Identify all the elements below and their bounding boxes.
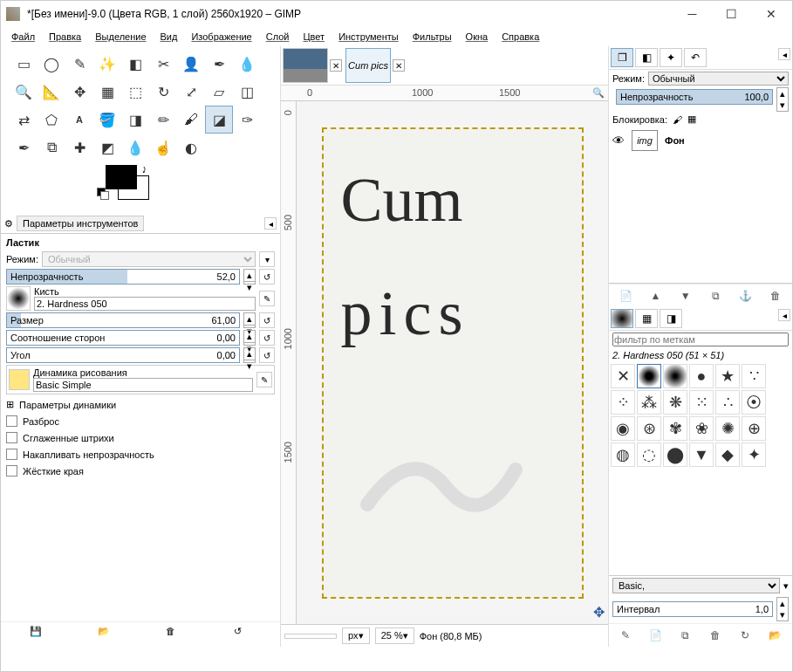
expand-icon[interactable]: ⊞ [6, 399, 14, 410]
tool-perspective-clone[interactable]: ◩ [93, 134, 121, 161]
scatter-checkbox[interactable] [6, 415, 17, 427]
menu-view[interactable]: Вид [155, 30, 183, 44]
tool-align[interactable]: ▦ [93, 78, 121, 106]
brush-new-icon[interactable]: 📄 [647, 627, 663, 643]
brush-item[interactable]: ◆ [715, 442, 740, 467]
tool-by-color-select[interactable]: ◧ [121, 50, 149, 78]
tool-blend[interactable]: ◨ [121, 106, 149, 134]
layer-row[interactable]: 👁 img Фон [611, 128, 790, 153]
tool-free-select[interactable]: ✎ [65, 50, 93, 78]
brush-item[interactable]: ❋ [663, 390, 687, 415]
maximize-button[interactable]: ☐ [712, 2, 751, 26]
tool-airbrush[interactable]: ✑ [233, 106, 261, 134]
brush-edit-icon[interactable]: ✎ [618, 627, 633, 643]
tool-dodge[interactable]: ◐ [177, 134, 205, 161]
brush-interval-slider[interactable]: Интервал 1,0 [612, 601, 773, 617]
brush-item[interactable] [663, 364, 687, 388]
tool-pencil[interactable]: ✏ [149, 106, 177, 134]
tab-close-2[interactable]: ✕ [393, 59, 405, 72]
brush-item[interactable]: ▼ [689, 442, 714, 467]
aspect-spin[interactable]: ▴▾ [243, 330, 256, 346]
unit-select[interactable]: px▾ [342, 627, 370, 644]
restore-options-icon[interactable]: 📂 [98, 626, 115, 643]
tool-rotate[interactable]: ↻ [149, 78, 177, 106]
menu-color[interactable]: Цвет [297, 30, 330, 44]
angle-spin[interactable]: ▴▾ [243, 347, 256, 363]
layer-mode-select[interactable]: Обычный [648, 72, 789, 86]
brush-delete-icon[interactable]: 🗑 [708, 627, 723, 643]
dynamics-edit-icon[interactable]: ✎ [256, 372, 272, 387]
menu-edit[interactable]: Правка [44, 30, 86, 44]
ruler-vertical[interactable]: 0 500 1000 1500 [281, 101, 297, 624]
brush-preset-menu-icon[interactable]: ▾ [783, 580, 789, 592]
brush-item[interactable] [637, 364, 661, 388]
tool-ellipse-select[interactable]: ◯ [38, 50, 65, 78]
brush-item[interactable]: ● [689, 364, 714, 388]
default-colors-icon[interactable] [97, 188, 107, 198]
tab-close-1[interactable]: ✕ [330, 59, 342, 72]
tool-move[interactable]: ✥ [65, 78, 93, 106]
tool-options-tab[interactable]: Параметры инструментов [17, 216, 144, 231]
size-spin[interactable]: ▴▾ [243, 312, 256, 328]
opacity-spin[interactable]: ▴▾ [243, 269, 256, 285]
tool-ink[interactable]: ✒ [10, 134, 38, 161]
brush-item[interactable]: ⁂ [637, 390, 661, 415]
tool-rect-select[interactable]: ▭ [10, 50, 38, 78]
brush-item[interactable]: ✦ [742, 442, 766, 467]
brush-item[interactable]: ◌ [637, 442, 661, 467]
tool-scissors[interactable]: ✂ [149, 50, 177, 78]
tool-paintbrush[interactable]: 🖌 [177, 106, 205, 134]
brush-item[interactable]: ⁘ [611, 390, 635, 415]
aspect-reset-icon[interactable]: ↺ [259, 330, 275, 346]
panel-menu-button[interactable]: ◂ [264, 217, 277, 230]
tool-scale[interactable]: ⤢ [177, 78, 205, 106]
patterns-tab[interactable]: ▦ [635, 309, 658, 328]
brush-item[interactable]: ◉ [611, 416, 635, 441]
brush-input[interactable] [34, 297, 256, 311]
close-button[interactable]: ✕ [751, 2, 790, 26]
menu-file[interactable]: Файл [6, 30, 40, 44]
navigate-icon[interactable]: ✥ [593, 604, 605, 621]
size-reset-icon[interactable]: ↺ [259, 312, 275, 328]
save-options-icon[interactable]: 💾 [30, 626, 47, 643]
layer-opacity-slider[interactable]: Непрозрачность 100,0 [616, 89, 773, 105]
menu-filters[interactable]: Фильтры [407, 30, 457, 44]
brush-item[interactable]: ◍ [611, 442, 635, 467]
opacity-reset-icon[interactable]: ↺ [259, 269, 275, 285]
reset-options-icon[interactable]: ↺ [234, 626, 251, 643]
opacity-slider[interactable]: Непрозрачность 52,0 [6, 269, 240, 285]
delete-options-icon[interactable]: 🗑 [166, 626, 183, 643]
minimize-button[interactable]: ─ [673, 2, 712, 26]
brush-item[interactable]: ⊕ [742, 416, 766, 441]
menu-help[interactable]: Справка [496, 30, 544, 44]
brush-preset-select[interactable]: Basic, [612, 578, 780, 593]
brush-preview-icon[interactable] [6, 286, 31, 311]
tool-eraser[interactable]: ◪ [205, 106, 233, 134]
zoom-fit-icon[interactable]: 🔍 [592, 87, 605, 99]
menu-layer[interactable]: Слой [261, 30, 295, 44]
canvas[interactable]: Cum pics [322, 127, 584, 599]
brushes-panel-menu[interactable]: ◂ [778, 309, 790, 321]
brush-item[interactable]: ★ [715, 364, 740, 388]
image-tab-2[interactable]: Cum pics [345, 48, 391, 83]
tool-clone[interactable]: ⧉ [38, 134, 65, 161]
brush-item[interactable]: ⬤ [663, 442, 687, 467]
brush-item[interactable]: ❀ [689, 416, 714, 441]
dynamics-input[interactable] [33, 378, 253, 392]
tool-cage[interactable]: ⬠ [38, 106, 65, 134]
layer-thumbnail[interactable]: img [632, 130, 658, 151]
layer-name[interactable]: Фон [665, 135, 685, 146]
brush-open-icon[interactable]: 📂 [768, 627, 783, 643]
menu-tools[interactable]: Инструменты [333, 30, 404, 44]
paths-tab[interactable]: ✦ [660, 48, 682, 67]
image-tab-1[interactable] [283, 48, 328, 83]
tool-flip[interactable]: ⇄ [10, 106, 38, 134]
menu-select[interactable]: Выделение [90, 30, 151, 44]
brush-item[interactable]: ∵ [742, 364, 766, 388]
tool-paths[interactable]: ✒ [205, 50, 233, 78]
brush-item[interactable]: ⊛ [637, 416, 661, 441]
layers-panel-menu[interactable]: ◂ [778, 48, 790, 60]
tool-crop[interactable]: ⬚ [121, 78, 149, 106]
tool-color-picker[interactable]: 💧 [233, 50, 261, 78]
duplicate-layer-icon[interactable]: ⧉ [708, 288, 723, 304]
